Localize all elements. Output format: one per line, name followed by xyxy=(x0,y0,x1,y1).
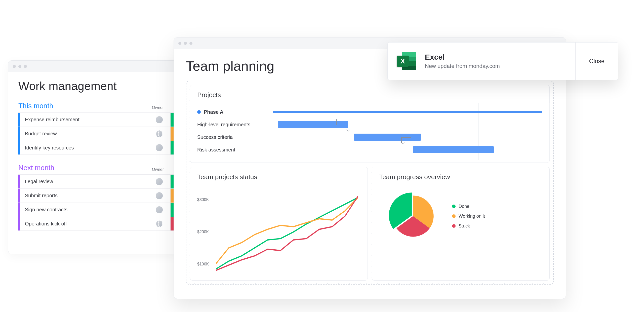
legend-label: Working on it xyxy=(459,214,485,219)
gantt-label: High-level requirements xyxy=(197,122,250,128)
table-row[interactable]: Operations kick-off xyxy=(18,217,179,231)
avatar xyxy=(155,130,163,138)
avatar xyxy=(155,178,163,186)
y-tick: $100K xyxy=(197,262,209,266)
team-status-panel: Team projects status $300K $200K $100K xyxy=(190,167,368,281)
task-name: Budget review xyxy=(20,131,148,137)
task-name: Operations kick-off xyxy=(20,221,148,227)
pie-chart xyxy=(389,192,437,240)
avatar xyxy=(155,144,163,152)
window-titlebar xyxy=(8,61,179,72)
owner-cell[interactable] xyxy=(148,127,170,141)
window-dot xyxy=(18,65,21,68)
gantt-label: Phase A xyxy=(204,109,223,115)
panel-title: Team projects status xyxy=(197,173,360,181)
table-row[interactable]: Sign new contracts xyxy=(18,203,179,217)
task-group-next-month: Next month Owner Legal review Submit rep… xyxy=(18,164,179,231)
table-row[interactable]: Identify key resources xyxy=(18,141,179,155)
task-group-this-month: This month Owner Expense reimbursement B… xyxy=(18,102,179,155)
y-tick: $200K xyxy=(197,230,209,234)
table-row[interactable]: Expense reimbursement xyxy=(18,112,179,127)
toast-title: Excel xyxy=(425,53,500,61)
owner-column-label: Owner xyxy=(152,105,164,110)
window-dot xyxy=(189,42,192,45)
line-chart-svg xyxy=(216,192,358,272)
notification-toast: X Excel New update from monday.com Close xyxy=(387,42,618,80)
legend-label: Stuck xyxy=(459,223,470,229)
table-row[interactable]: Submit reports xyxy=(18,188,179,203)
owner-cell[interactable] xyxy=(148,141,170,154)
window-dot xyxy=(24,65,27,68)
avatar xyxy=(155,192,163,200)
task-name: Submit reports xyxy=(20,193,148,199)
panel-title: Team progress overview xyxy=(379,173,542,181)
page-title: Work management xyxy=(18,79,179,93)
legend-dot-icon xyxy=(452,224,456,228)
bullet-icon xyxy=(197,110,201,114)
owner-cell[interactable] xyxy=(148,203,170,217)
gantt-row-phase[interactable]: Phase A xyxy=(197,106,542,118)
avatar xyxy=(155,116,163,124)
excel-icon: X xyxy=(397,51,417,71)
owner-cell[interactable] xyxy=(148,217,170,230)
owner-column-label: Owner xyxy=(152,167,164,172)
gantt-bar[interactable] xyxy=(413,146,494,153)
y-tick: $300K xyxy=(197,198,209,202)
toast-subtitle: New update from monday.com xyxy=(425,63,500,69)
gantt-bar[interactable] xyxy=(273,111,542,113)
legend-item: Stuck xyxy=(452,223,485,229)
task-name: Identify key resources xyxy=(20,145,148,151)
legend-item: Working on it xyxy=(452,214,485,219)
excel-badge: X xyxy=(397,56,409,67)
window-dot xyxy=(184,42,187,45)
gantt-row[interactable]: Risk assessment xyxy=(197,143,542,156)
table-row[interactable]: Legal review xyxy=(18,174,179,188)
toast-body[interactable]: X Excel New update from monday.com xyxy=(388,43,575,80)
legend-dot-icon xyxy=(452,205,456,208)
legend-dot-icon xyxy=(452,214,456,218)
owner-cell[interactable] xyxy=(148,189,170,203)
task-name: Legal review xyxy=(20,179,148,184)
gantt-bar[interactable] xyxy=(354,134,421,141)
owner-cell[interactable] xyxy=(148,113,170,127)
team-progress-panel: Team progress overview Done xyxy=(372,167,550,281)
group-title: Next month xyxy=(18,164,54,172)
task-name: Expense reimbursement xyxy=(20,117,148,123)
avatar xyxy=(155,220,163,228)
task-name: Sign new contracts xyxy=(20,207,148,213)
gantt-label: Risk assessment xyxy=(197,147,235,153)
panel-title: Projects xyxy=(197,91,542,99)
gantt-label: Success criteria xyxy=(197,134,233,140)
dashboard-grid: Projects Phase A xyxy=(186,81,554,285)
close-button[interactable]: Close xyxy=(575,43,618,80)
work-management-window: Work management This month Owner Expense… xyxy=(8,60,179,254)
legend-item: Done xyxy=(452,204,485,209)
pie-legend: Done Working on it Stuck xyxy=(452,204,485,229)
table-row[interactable]: Budget review xyxy=(18,127,179,141)
gantt-row[interactable]: High-level requirements xyxy=(197,118,542,131)
window-dot xyxy=(178,42,181,45)
pie-chart-svg xyxy=(389,192,437,240)
legend-label: Done xyxy=(459,204,469,209)
line-chart: $300K $200K $100K xyxy=(197,190,360,274)
avatar xyxy=(155,206,163,214)
owner-cell[interactable] xyxy=(148,175,170,188)
projects-panel: Projects Phase A xyxy=(190,85,550,163)
gantt-row[interactable]: Success criteria xyxy=(197,131,542,143)
gantt-bar[interactable] xyxy=(278,121,348,128)
window-dot xyxy=(13,65,16,68)
group-title: This month xyxy=(18,102,53,110)
